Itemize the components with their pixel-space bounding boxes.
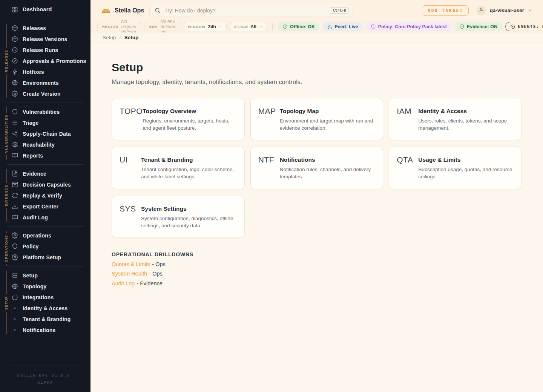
drilldown-row: System Health- Ops xyxy=(112,271,522,277)
env-filter[interactable]: ENV No env defined yet xyxy=(144,22,180,31)
status-pill-label: Policy: Core Policy Pack latest xyxy=(378,24,447,29)
sidebar-item-label: Hotfixes xyxy=(23,69,44,75)
add-target-button[interactable]: ADD TARGET xyxy=(422,5,469,16)
sidebar-groups: RELEASESReleasesRelease VersionsRelease … xyxy=(0,19,90,339)
sidebar-item-dashboard[interactable]: Dashboard xyxy=(0,4,90,15)
group-rail-label: EVIDENCE xyxy=(5,185,8,206)
archive-icon xyxy=(11,181,18,188)
status-pill-offline-ok[interactable]: Offline: OK xyxy=(278,22,319,31)
sidebar-item-approvals-promotions[interactable]: Approvals & Promotions xyxy=(0,55,90,66)
globe-icon xyxy=(11,283,18,290)
status-pill-events-degraded[interactable]: EVENTS: DEGRADED xyxy=(505,22,543,31)
drilldown-link-quotas-limits[interactable]: Quotas & Limits xyxy=(112,261,150,267)
setup-card-notifications[interactable]: NTFNotificationsNotification rules, chan… xyxy=(250,147,383,189)
sidebar-item-notifications[interactable]: Notifications xyxy=(0,325,90,335)
top-right-cluster: ADD TARGET qa-visual-user xyxy=(422,5,532,16)
sidebar-item-label: Reports xyxy=(23,153,43,159)
brand: Stella Ops xyxy=(101,6,144,15)
setup-card-topology-overview[interactable]: TOPOTopology OverviewRegions, environmen… xyxy=(112,98,245,140)
sidebar-item-operations[interactable]: Operations xyxy=(0,230,90,241)
card-title: Topology Map xyxy=(280,107,376,115)
sidebar-item-release-versions[interactable]: Release Versions xyxy=(0,34,90,44)
status-pill-policy-core-policy-pack-latest[interactable]: Policy: Core Policy Pack latest xyxy=(366,22,451,31)
filter-divider xyxy=(272,23,273,30)
sidebar-item-evidence[interactable]: Evidence xyxy=(0,168,90,179)
sidebar-item-platform-setup[interactable]: Platform Setup xyxy=(0,252,90,263)
operational-drilldowns: OPERATIONAL DRILLDOWNS Quotas & Limits- … xyxy=(112,251,522,286)
sidebar-item-setup[interactable]: Setup xyxy=(0,270,90,281)
user-menu[interactable]: qa-visual-user xyxy=(476,6,532,15)
shield-icon xyxy=(11,109,18,115)
drilldown-suffix: - Ops xyxy=(149,271,162,277)
sidebar-item-policy[interactable]: Policy xyxy=(0,241,90,252)
search-box[interactable]: Ctrl+K xyxy=(149,4,353,17)
sidebar-item-replay-verify[interactable]: Replay & Verify xyxy=(0,190,90,201)
sidebar-item-audit-log[interactable]: Audit Log xyxy=(0,212,90,223)
setup-card-topology-map[interactable]: MAPTopology MapEnvironment and target ma… xyxy=(250,98,383,140)
sidebar-item-integrations[interactable]: Integrations xyxy=(0,292,90,303)
sidebar-footer: STELLA OPS V1.0.0-ALPHA xyxy=(11,366,80,392)
setup-card-system-settings[interactable]: SYSSystem SettingsSystem configuration, … xyxy=(112,196,245,238)
sidebar-item-releases[interactable]: Releases xyxy=(0,23,90,34)
sidebar-item-identity-access[interactable]: Identity & Access xyxy=(0,303,90,314)
dot-icon xyxy=(11,316,18,323)
setup-card-tenant-branding[interactable]: UITenant & BrandingTenant configuration,… xyxy=(112,147,245,189)
setup-cards-grid: TOPOTopology OverviewRegions, environmen… xyxy=(112,98,522,238)
status-pill-label: Evidence: ON xyxy=(467,24,497,29)
setup-card-usage-limits[interactable]: QTAUsage & LimitsSubscription usage, quo… xyxy=(389,147,522,189)
sidebar-item-label: Create Version xyxy=(23,91,61,97)
sidebar-item-label: Setup xyxy=(23,273,38,279)
sidebar-item-label: Decision Capsules xyxy=(23,182,71,188)
sidebar-item-environments[interactable]: Environments xyxy=(0,77,90,88)
sidebar-item-label: Identity & Access xyxy=(23,305,68,311)
sidebar-group-vulnerabilities: VULNERABILITIESVulnerabilitiesTriageSupp… xyxy=(0,103,90,164)
sidebar-item-label: Triage xyxy=(23,120,38,126)
drilldown-link-system-health[interactable]: System Health xyxy=(112,271,147,277)
package-icon xyxy=(11,36,18,43)
sidebar-item-release-runs[interactable]: Release Runs xyxy=(0,44,90,55)
group-rail: RELEASES xyxy=(4,24,9,98)
group-rail: VULNERABILITIES xyxy=(4,107,9,160)
status-pill-label: Offline: OK xyxy=(290,24,315,29)
card-abbr: IAM xyxy=(397,107,418,115)
card-abbr: QTA xyxy=(397,155,418,164)
card-body: Topology OverviewRegions, environments, … xyxy=(143,107,237,132)
breadcrumb-setup[interactable]: Setup xyxy=(103,35,116,40)
drilldown-link-audit-log[interactable]: Audit Log xyxy=(112,280,135,286)
chevron-down-icon xyxy=(218,24,222,29)
clock-icon xyxy=(11,47,18,54)
card-description: Tenant configuration, logo, color scheme… xyxy=(141,166,237,180)
sidebar-item-tenant-branding[interactable]: Tenant & Branding xyxy=(0,314,90,325)
sidebar-group-setup: SETUPSetupTopologyIntegrationsIdentity &… xyxy=(0,266,90,339)
sidebar-item-create-version[interactable]: Create Version xyxy=(0,88,90,99)
sidebar-item-reports[interactable]: Reports xyxy=(0,150,90,161)
card-body: System SettingsSystem configuration, dia… xyxy=(141,204,237,229)
stage-select[interactable]: STAGE All xyxy=(230,22,267,31)
group-rail-label: OPERATIONS xyxy=(5,235,8,262)
setup-card-identity-access[interactable]: IAMIdentity & AccessUsers, roles, client… xyxy=(389,98,522,140)
sidebar-item-label: Release Versions xyxy=(23,36,67,42)
sidebar-item-reachability[interactable]: Reachability xyxy=(0,139,90,150)
sidebar-item-triage[interactable]: Triage xyxy=(0,117,90,128)
status-pill-label: EVENTS: DEGRADED xyxy=(518,24,543,29)
group-rail: SETUP xyxy=(4,271,9,334)
dot-icon xyxy=(11,327,18,334)
page-title: Setup xyxy=(112,61,522,74)
globe-icon xyxy=(11,80,18,86)
region-filter[interactable]: REGION No regions defined xyxy=(97,22,141,31)
check-circle-icon xyxy=(11,58,18,64)
sidebar-item-vulnerabilities[interactable]: Vulnerabilities xyxy=(0,106,90,117)
search-input[interactable] xyxy=(164,8,326,14)
rail-line xyxy=(6,208,7,222)
sidebar-item-decision-capsules[interactable]: Decision Capsules xyxy=(0,179,90,190)
window-select[interactable]: WINDOW 24h xyxy=(184,22,227,31)
sidebar-item-export-center[interactable]: Export Center xyxy=(0,201,90,212)
sidebar-item-label: Operations xyxy=(23,233,51,239)
sidebar-item-supply-chain-data[interactable]: Supply-Chain Data xyxy=(0,128,90,139)
status-pill-evidence-on[interactable]: Evidence: ON xyxy=(455,22,502,31)
sidebar-item-topology[interactable]: Topology xyxy=(0,281,90,292)
sidebar-item-hotfixes[interactable]: Hotfixes xyxy=(0,66,90,77)
sidebar-item-label: Platform Setup xyxy=(23,254,61,260)
card-abbr: SYS xyxy=(120,204,141,213)
status-pill-feed-live[interactable]: Feed: Live xyxy=(323,22,363,31)
